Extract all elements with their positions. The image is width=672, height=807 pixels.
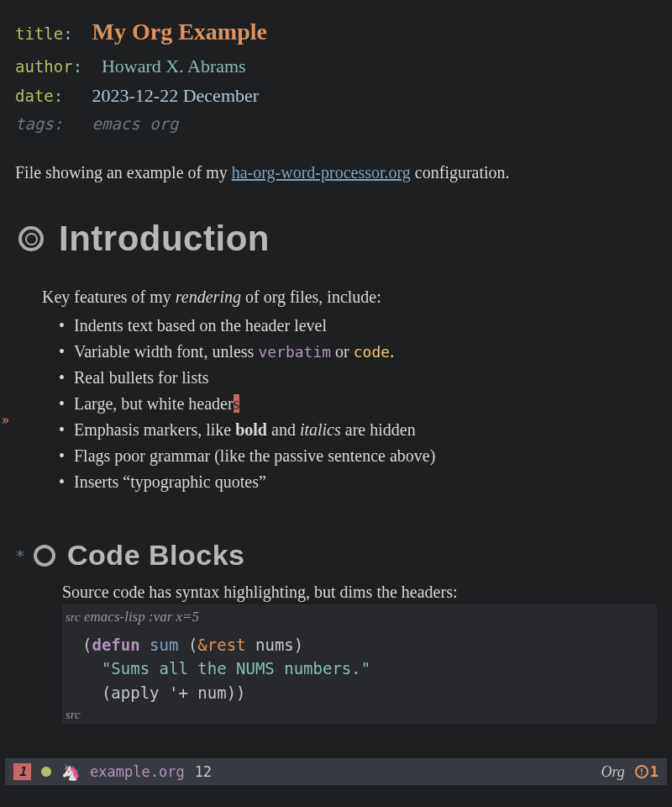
doc-tags: emacs org — [92, 114, 179, 133]
heading-star: * — [15, 546, 25, 566]
meta-key: author — [15, 57, 73, 76]
doc-author: Howard X. Abrams — [102, 55, 246, 76]
source-code-block[interactable]: (defun sum (&rest nums) "Sums all the NU… — [62, 630, 657, 709]
doc-date: 2023-12-22 December — [92, 85, 260, 106]
heading-bullet-icon — [18, 226, 44, 251]
heading-2-text: Code Blocks — [67, 539, 244, 572]
meta-tags-line: tags: emacs org — [15, 110, 657, 137]
major-mode[interactable]: Org — [601, 763, 624, 781]
meta-key: tags: — [15, 114, 63, 133]
buffer-filename[interactable]: example.org — [90, 763, 185, 780]
line-number: 12 — [195, 763, 212, 780]
list-item: Real bullets for lists — [59, 365, 657, 391]
meta-colon: : — [63, 24, 72, 43]
list-item: Emphasis markers, like bold and italics … — [59, 417, 657, 443]
code-line: "Sums all the NUMS numbers." — [82, 657, 647, 681]
heading-bullet-icon — [34, 545, 55, 567]
src-block-end: src — [62, 708, 657, 724]
paragraph: Key features of my rendering of org file… — [42, 284, 657, 309]
list-item: Large, but white headers — [59, 391, 657, 417]
meta-author-line: author: Howard X. Abrams — [15, 51, 657, 81]
gutter-marker-icon: » — [2, 413, 9, 428]
emphasis-italic: italics — [300, 420, 341, 439]
list-item: Indents text based on the header level — [59, 313, 657, 339]
list-item: Variable width font, unless verbatim or … — [59, 339, 657, 365]
meta-key: date — [15, 87, 54, 105]
meta-colon: : — [54, 87, 63, 105]
warning-icon: ! — [635, 765, 648, 778]
meta-colon: : — [73, 57, 82, 76]
emphasis-bold: bold — [235, 420, 267, 439]
window-number: 1 — [13, 763, 31, 780]
minibuffer[interactable] — [0, 785, 672, 807]
src-block-begin: src emacs-lisp :var x=5 — [62, 604, 657, 630]
code-line: (defun sum (&rest nums) — [82, 633, 647, 657]
meta-title-line: title: My Org Example — [15, 13, 657, 51]
text-cursor: s — [234, 394, 240, 413]
emphasis-italic: rendering — [176, 287, 241, 306]
intro-paragraph: File showing an example of my ha-org-wor… — [15, 161, 657, 185]
heading-2: * Code Blocks — [15, 539, 657, 572]
list-item: Inserts “typographic quotes” — [59, 469, 657, 495]
list-item: Flags poor grammar (like the passive sen… — [59, 443, 657, 469]
meta-date-line: date: 2023-12-22 December — [15, 81, 657, 110]
verbatim-text: verbatim — [258, 343, 331, 361]
project-icon: 🦄 — [61, 763, 80, 781]
editor-buffer[interactable]: title: My Org Example author: Howard X. … — [0, 0, 672, 752]
flycheck-warnings[interactable]: !1 — [635, 763, 659, 780]
heading-1-text: Introduction — [59, 219, 270, 259]
heading-1: Introduction — [15, 219, 657, 259]
paragraph: Source code has syntax highlighting, but… — [62, 580, 657, 604]
modified-indicator-icon — [41, 767, 51, 777]
code-line: (apply '+ num)) — [82, 681, 647, 705]
code-text: code — [354, 343, 390, 361]
meta-key: title — [15, 24, 63, 43]
modeline[interactable]: 1 🦄 example.org 12 Org !1 — [5, 758, 667, 785]
feature-list: Indents text based on the header level V… — [59, 313, 657, 495]
config-link[interactable]: ha-org-word-processor.org — [232, 163, 411, 182]
doc-title: My Org Example — [92, 18, 267, 45]
